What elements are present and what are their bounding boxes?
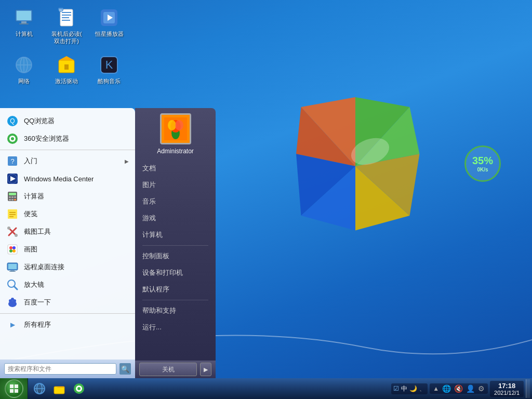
setup-icon: W — [56, 7, 77, 28]
right-item-games[interactable]: 游戏 — [135, 210, 216, 227]
ime-bar: ☑ 中 🌙 、 — [391, 383, 428, 394]
right-item-run[interactable]: 运行... — [135, 319, 216, 336]
svg-point-66 — [11, 298, 14, 301]
systray-expand-icon[interactable]: ▲ — [433, 385, 439, 392]
desktop-icon-music[interactable]: K 酷狗音乐 — [90, 52, 128, 87]
desktop-icon-computer[interactable]: 计算机 — [5, 5, 43, 47]
computer-icon — [14, 7, 34, 28]
baidu-icon — [6, 296, 19, 309]
media-center-icon — [6, 172, 19, 185]
svg-text:?: ? — [10, 157, 14, 165]
start-menu-items: Q QQ浏览器 360安全浏览器 — [0, 108, 135, 360]
start-item-paint[interactable]: 画图 — [0, 241, 135, 258]
taskbar-pinned-icons — [28, 379, 90, 398]
svg-rect-77 — [54, 387, 64, 394]
right-item-documents[interactable]: 文档 — [135, 160, 216, 177]
svg-point-19 — [16, 57, 32, 73]
start-menu: Q QQ浏览器 360安全浏览器 — [0, 108, 216, 378]
right-item-computer[interactable]: 计算机 — [135, 227, 216, 243]
systray-settings-icon[interactable]: ⚙ — [478, 384, 485, 393]
ime-moon-icon: 🌙 — [409, 385, 417, 392]
svg-rect-7 — [62, 15, 71, 16]
music-icon-label: 酷狗音乐 — [98, 77, 121, 85]
right-item-control-panel[interactable]: 控制面板 — [135, 248, 216, 264]
network-icon-label: 网络 — [18, 77, 30, 85]
start-divider-2 — [0, 313, 135, 314]
right-divider-2 — [142, 300, 208, 300]
start-button[interactable] — [0, 378, 28, 399]
right-item-devices[interactable]: 设备和打印机 — [135, 264, 216, 281]
svg-rect-2 — [17, 11, 31, 20]
start-search-input[interactable] — [4, 363, 116, 375]
svg-rect-59 — [10, 270, 15, 271]
svg-rect-41 — [9, 199, 11, 201]
ime-punc-icon: 、 — [419, 384, 425, 393]
clock-area[interactable]: 17:18 2021/12/1 — [490, 381, 524, 397]
media-center-label: Windows Media Center — [24, 175, 129, 183]
svg-point-30 — [11, 137, 14, 140]
start-item-calculator[interactable]: 计算器 — [0, 188, 135, 205]
systray-volume-icon[interactable]: 🔇 — [454, 384, 463, 393]
svg-point-55 — [9, 249, 12, 252]
start-item-media-center[interactable]: Windows Media Center — [0, 170, 135, 188]
taskbar: ☑ 中 🌙 、 ▲ 🌐 🔇 👤 ⚙ 17:18 2021/12/1 — [0, 378, 532, 399]
music-icon: K — [99, 55, 119, 75]
taskbar-explorer-icon[interactable] — [50, 379, 69, 398]
taskbar-ie-icon[interactable] — [70, 379, 88, 398]
svg-rect-22 — [64, 64, 69, 70]
desktop-icon-setup[interactable]: W 装机后必读(双击打开) — [48, 5, 85, 47]
driver-icon — [56, 55, 77, 75]
start-item-remote[interactable]: 远程桌面连接 — [0, 258, 135, 276]
svg-text:K: K — [105, 58, 113, 71]
desktop-icons-area: 计算机 W 装机后必读(双击打开) — [5, 5, 128, 92]
svg-rect-52 — [8, 245, 17, 254]
svg-point-50 — [7, 227, 10, 230]
network-speed: 0K/s — [477, 167, 488, 172]
taskbar-network-icon[interactable] — [30, 379, 49, 398]
start-orb — [5, 379, 23, 398]
svg-marker-21 — [59, 56, 74, 60]
start-item-qq-browser[interactable]: Q QQ浏览器 — [0, 112, 135, 130]
desktop-icon-media-player[interactable]: 恒星播放器 — [90, 5, 128, 47]
start-item-snip[interactable]: 截图工具 — [0, 223, 135, 241]
svg-text:W: W — [59, 8, 63, 12]
right-item-default[interactable]: 默认程序 — [135, 281, 216, 298]
desktop-icon-row-2: 网络 激活驱动 K — [5, 52, 128, 87]
start-item-intro[interactable]: ? 入门 ▶ — [0, 152, 135, 170]
svg-rect-3 — [21, 21, 26, 23]
calculator-label: 计算器 — [24, 192, 129, 201]
start-item-all-programs[interactable]: ▶ 所有程序 — [0, 316, 135, 334]
remote-icon — [6, 261, 19, 273]
right-item-help[interactable]: 帮助和支持 — [135, 302, 216, 319]
user-avatar — [160, 113, 191, 144]
shutdown-button[interactable]: 关机 — [139, 363, 197, 376]
start-item-magnifier[interactable]: 放大镜 — [0, 276, 135, 294]
show-desktop-button[interactable] — [526, 379, 530, 398]
start-right-items: 文档 图片 音乐 游戏 计算机 控制面板 设备和打印机 默认程序 帮助和支持 运… — [135, 160, 216, 336]
svg-point-53 — [9, 246, 12, 249]
svg-rect-6 — [62, 12, 71, 13]
start-item-360-browser[interactable]: 360安全浏览器 — [0, 130, 135, 148]
clock-time: 17:18 — [494, 382, 520, 390]
svg-point-72 — [175, 120, 183, 130]
start-item-sticky[interactable]: 便笺 — [0, 205, 135, 223]
computer-icon-label: 计算机 — [16, 30, 33, 37]
desktop-icon-network[interactable]: 网络 — [5, 52, 43, 87]
right-item-pictures[interactable]: 图片 — [135, 177, 216, 193]
search-button[interactable]: 🔍 — [119, 363, 131, 375]
network-icon — [14, 55, 34, 75]
ime-label[interactable]: 中 — [401, 384, 407, 393]
start-divider-1 — [0, 150, 135, 150]
systray: ▲ 🌐 🔇 👤 ⚙ — [430, 383, 488, 394]
svg-point-56 — [12, 249, 16, 252]
svg-rect-44 — [8, 209, 17, 219]
svg-rect-9 — [62, 20, 70, 21]
start-item-baidu[interactable]: 百度一下 — [0, 294, 135, 311]
systray-network-icon[interactable]: 🌐 — [442, 384, 451, 393]
driver-icon-label: 激活驱动 — [55, 77, 78, 85]
intro-icon: ? — [6, 155, 19, 167]
svg-rect-37 — [9, 193, 16, 195]
desktop-icon-driver[interactable]: 激活驱动 — [48, 52, 85, 87]
shutdown-arrow-button[interactable]: ▶ — [200, 363, 211, 376]
right-item-music[interactable]: 音乐 — [135, 193, 216, 210]
